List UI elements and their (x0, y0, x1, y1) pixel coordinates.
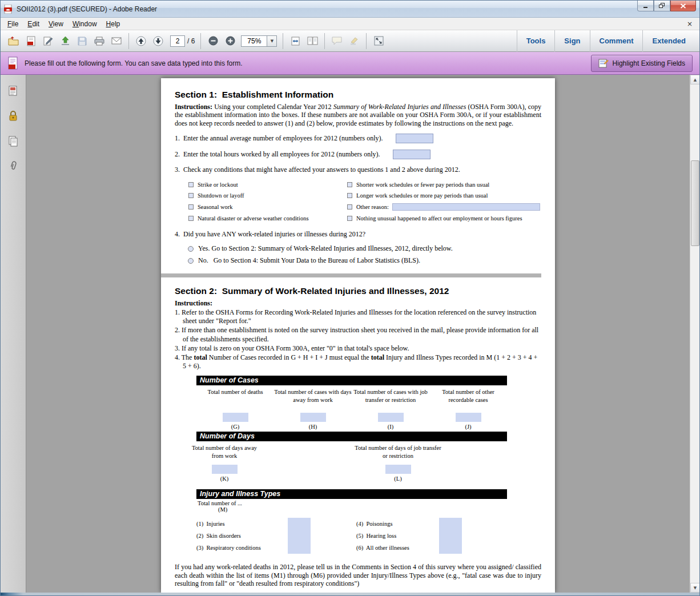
checkbox[interactable] (347, 193, 352, 198)
open-file-button[interactable] (5, 33, 22, 49)
zoom-level-combo[interactable]: 75% ▼ (241, 35, 277, 47)
highlight-text-button[interactable] (345, 33, 363, 49)
checkbox[interactable] (188, 193, 194, 198)
type-label-all-other: (6) All other illnesses (356, 542, 439, 554)
checkbox-row-shorter-schedules[interactable]: Shorter work schedules or fewer pay peri… (347, 182, 541, 188)
checkbox-row-seasonal-work[interactable]: Seasonal work (188, 203, 347, 211)
save-button[interactable] (74, 33, 91, 49)
yes-radio-button[interactable] (188, 246, 194, 252)
field-H-cases-days-away[interactable] (300, 413, 326, 422)
comment-panel-button[interactable]: Comment (590, 30, 643, 52)
highlighter-icon (349, 37, 359, 45)
zoom-dropdown-arrow-icon[interactable]: ▼ (267, 35, 277, 47)
sign-panel-button[interactable]: Sign (554, 30, 589, 52)
menu-help[interactable]: Help (102, 19, 125, 29)
question-1-row: 1. Enter the annual average number of em… (175, 134, 541, 143)
spacer (311, 530, 356, 542)
radio-row-no[interactable]: No. Go to Section 4: Submit Your Data to… (188, 256, 541, 265)
field-G-total-deaths[interactable] (223, 413, 248, 422)
menu-view[interactable]: View (44, 19, 68, 29)
pages-panel-button[interactable] (5, 133, 22, 149)
close-document-icon[interactable]: × (682, 20, 697, 28)
field-M6-all-other[interactable] (439, 542, 462, 554)
zoom-in-button[interactable] (222, 33, 239, 49)
create-pdf-button[interactable] (22, 33, 39, 49)
section1-title: Section 1: Establishment Information (175, 90, 541, 100)
column-heading: Total number of deaths (196, 385, 274, 412)
employees-number-field[interactable] (396, 134, 433, 143)
no-radio-button[interactable] (188, 258, 194, 264)
title-bar[interactable]: SOII2012 (3).pdf (SECURED) - Adobe Reade… (1, 1, 699, 18)
tools-panel-button[interactable]: Tools (517, 30, 555, 52)
field-M1-injuries[interactable] (288, 518, 311, 530)
restore-button[interactable] (654, 1, 670, 11)
page-display-button[interactable] (304, 33, 321, 49)
minimize-button[interactable] (637, 1, 654, 11)
attachments-panel-button[interactable] (5, 158, 22, 174)
section2-instruction-2: 2. If more than one establishment is not… (175, 326, 541, 343)
adobe-reader-window: SOII2012 (3).pdf (SECURED) - Adobe Reade… (0, 0, 700, 596)
toolbar-separator (283, 33, 283, 49)
field-J-other-recordable[interactable] (456, 413, 481, 422)
highlight-existing-fields-button[interactable]: Highlight Existing Fields (591, 55, 693, 72)
checkbox-label: Longer work schedules or more pay period… (356, 192, 488, 199)
checkbox-row-nothing-unusual[interactable]: Nothing unusual happened to affect our e… (347, 215, 541, 222)
upload-arrow-icon (61, 36, 70, 46)
checkbox-row-shutdown-or-layoff[interactable]: Shutdown or layoff (188, 192, 347, 199)
fit-width-button[interactable] (287, 33, 304, 49)
checkbox-row-other-reason[interactable]: Other reason: (347, 203, 541, 211)
types-total-label: Total number of ... (198, 500, 507, 506)
extended-panel-button[interactable]: Extended (642, 30, 695, 52)
printer-icon (94, 37, 104, 46)
fullscreen-button[interactable] (370, 33, 387, 49)
zoom-out-button[interactable] (204, 33, 222, 49)
field-L-days-transfer[interactable] (385, 465, 411, 474)
checkbox[interactable] (188, 182, 194, 187)
scroll-up-button[interactable]: ▲ (690, 75, 699, 84)
instruction-4-bold: total (194, 353, 207, 361)
zoom-level-value[interactable]: 75% (241, 35, 267, 47)
sticky-note-button[interactable] (328, 33, 345, 49)
previous-page-button[interactable] (132, 33, 150, 49)
checkbox-row-strike-or-lockout[interactable]: Strike or lockout (188, 182, 347, 188)
close-button[interactable] (670, 1, 696, 11)
vertical-scrollbar[interactable]: ▲ ▼ (690, 75, 699, 593)
field-M3-respiratory[interactable] (288, 542, 311, 554)
email-button[interactable] (108, 33, 125, 49)
scroll-down-button[interactable]: ▼ (690, 583, 699, 593)
total-hours-field[interactable] (393, 150, 431, 159)
checkbox-row-longer-schedules[interactable]: Longer work schedules or more pay period… (347, 192, 541, 199)
next-page-button[interactable] (150, 33, 167, 49)
page-number-input[interactable] (170, 35, 185, 47)
checkbox[interactable] (188, 216, 194, 221)
menu-file[interactable]: File (3, 19, 23, 29)
menu-edit[interactable]: Edit (23, 19, 44, 29)
fill-sign-button[interactable] (39, 33, 57, 49)
checkbox[interactable] (347, 204, 352, 210)
no-radio-label: No. Go to Section 4: Submit Your Data to… (198, 256, 420, 265)
share-upload-button[interactable] (57, 33, 74, 49)
checkbox[interactable] (188, 204, 194, 210)
other-reason-field[interactable] (392, 203, 540, 211)
scrollbar-thumb[interactable] (691, 160, 699, 246)
print-button[interactable] (91, 33, 108, 49)
field-K-days-away[interactable] (212, 465, 238, 474)
document-workspace: Section 1: Establishment Information Ins… (1, 75, 699, 593)
section2-instructions-label: Instructions: (175, 299, 541, 308)
checkbox-row-natural-disaster[interactable]: Natural disaster or adverse weather cond… (188, 215, 347, 222)
checkbox[interactable] (347, 216, 352, 221)
checkbox[interactable] (347, 182, 352, 187)
column-letter: (G) (196, 424, 274, 432)
injury-illness-types-header: Injury and Illness Types (196, 489, 507, 499)
menu-window[interactable]: Window (68, 19, 102, 29)
radio-row-yes[interactable]: Yes. Go to Section 2: Summary of Work-Re… (188, 244, 541, 253)
open-folder-icon (8, 37, 19, 46)
field-M4-poisonings[interactable] (439, 518, 462, 530)
security-settings-button[interactable] (5, 108, 22, 124)
field-I-cases-job-transfer[interactable] (378, 413, 404, 422)
field-M2-skin-disorders[interactable] (288, 530, 311, 542)
page-thumbnails-button[interactable] (5, 83, 22, 99)
number-of-days-header: Number of Days (196, 432, 507, 441)
field-M5-hearing-loss[interactable] (439, 530, 462, 542)
two-page-view-icon (307, 37, 318, 45)
